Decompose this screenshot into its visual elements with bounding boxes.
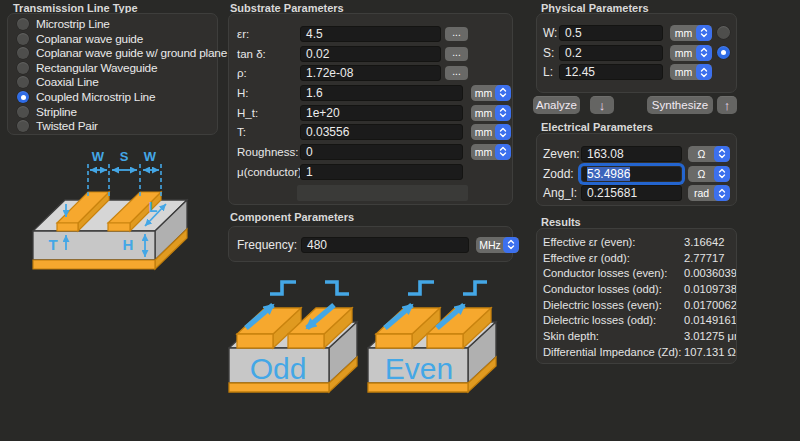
s-unit-popup[interactable]: mm — [670, 45, 712, 61]
odd-mode-diagram: Odd — [228, 268, 364, 408]
stepper-chevrons-icon[interactable] — [696, 25, 712, 41]
result-row: Skin depth: 3.01275 μm — [543, 328, 736, 344]
radio-icon[interactable] — [17, 47, 29, 59]
component-parameters-title: Component Parameters — [230, 211, 354, 223]
option-coplanar-wave-guide[interactable]: Coplanar wave guide — [8, 32, 217, 47]
tand-more-button[interactable]: ... — [445, 47, 468, 61]
option-coupled-microstrip-line[interactable]: Coupled Microstrip Line — [8, 90, 217, 105]
analyze-down-arrow-button[interactable]: ↓ — [590, 96, 614, 114]
zodd-input[interactable]: 53.4986 — [581, 166, 682, 182]
result-row: Dielectric losses (odd): 0.0149161 d — [543, 312, 736, 328]
option-rectangular-waveguide[interactable]: Rectangular Waveguide — [8, 61, 217, 76]
result-row: Effective εr (odd): 2.77717 — [543, 250, 736, 266]
param-row-w: W: 0.5 mm — [543, 23, 736, 43]
param-row-angl: Ang_l: 0.215681 rad — [543, 183, 736, 203]
angl-input[interactable]: 0.215681 — [581, 185, 682, 201]
roughness-input[interactable]: 0 — [300, 144, 463, 160]
rho-more-button[interactable]: ... — [445, 66, 468, 80]
er-input[interactable]: 4.5 — [300, 26, 441, 42]
radio-icon[interactable] — [17, 62, 29, 74]
radio-icon[interactable] — [17, 33, 29, 45]
w-target-radio[interactable] — [717, 26, 730, 39]
angl-unit-popup[interactable]: rad — [688, 185, 730, 201]
stepper-chevrons-icon[interactable] — [696, 64, 712, 80]
component-parameters-group: Frequency: 480 MHz — [228, 226, 513, 262]
stepper-chevrons-icon[interactable] — [714, 146, 730, 162]
dim-label-w-left: W — [92, 149, 105, 164]
stepper-chevrons-icon[interactable] — [714, 185, 730, 201]
param-row-roughness: Roughness: 0 mm — [237, 142, 512, 162]
result-row: Differential Impedance (Zd): 107.131 Ω — [543, 344, 736, 360]
ht-unit-popup[interactable]: mm — [471, 105, 511, 121]
stepper-chevrons-icon[interactable] — [495, 124, 511, 140]
empty-field — [297, 185, 468, 201]
rho-input[interactable]: 1.72e-08 — [300, 65, 441, 81]
stepper-chevrons-icon[interactable] — [696, 45, 712, 61]
radio-selected-icon[interactable] — [17, 91, 29, 103]
t-unit-popup[interactable]: mm — [471, 124, 511, 140]
er-more-button[interactable]: ... — [445, 27, 468, 41]
results-group: Effective εr (even): 3.16642 Effective ε… — [536, 228, 737, 364]
up-arrow-icon: ↑ — [724, 98, 731, 113]
radio-icon[interactable] — [17, 76, 29, 88]
param-row-er: εr: 4.5 ... — [237, 24, 512, 44]
substrate-parameters-group: εr: 4.5 ... tan δ: 0.02 ... ρ: 1.72e-08 … — [228, 13, 513, 205]
frequency-unit-popup[interactable]: MHz — [476, 237, 519, 253]
selected-text: 53.4986 — [587, 167, 630, 181]
w-input[interactable]: 0.5 — [559, 25, 663, 41]
option-microstrip-line[interactable]: Microstrip Line — [8, 17, 217, 32]
stepper-chevrons-icon[interactable] — [495, 144, 511, 160]
analyze-button[interactable]: Analyze — [533, 96, 580, 114]
param-row-rho: ρ: 1.72e-08 ... — [237, 63, 512, 83]
param-row-l: L: 12.45 mm — [543, 62, 736, 82]
ht-input[interactable]: 1e+20 — [300, 105, 463, 121]
param-row-frequency: Frequency: 480 MHz — [237, 236, 512, 253]
param-row-tand: tan δ: 0.02 ... — [237, 44, 512, 64]
param-row-mu: μ(conductor): 1 — [237, 162, 512, 182]
zodd-unit-popup[interactable]: Ω — [688, 166, 730, 182]
zeven-unit-popup[interactable]: Ω — [688, 146, 730, 162]
result-row: Dielectric losses (even): 0.0170062 d — [543, 297, 736, 313]
l-unit-popup[interactable]: mm — [670, 64, 712, 80]
mu-input[interactable]: 1 — [300, 164, 463, 180]
stepper-chevrons-icon[interactable] — [503, 237, 519, 253]
results-title: Results — [541, 216, 581, 228]
dim-label-t: T — [48, 236, 57, 253]
s-input[interactable]: 0.2 — [559, 45, 663, 61]
zeven-input[interactable]: 163.08 — [581, 146, 682, 162]
param-row-h: H: 1.6 mm — [237, 83, 512, 103]
frequency-input[interactable]: 480 — [301, 237, 469, 253]
option-twisted-pair[interactable]: Twisted Pair — [8, 119, 217, 134]
option-stripline[interactable]: Stripline — [8, 104, 217, 119]
synthesize-up-arrow-button[interactable]: ↑ — [717, 96, 737, 114]
transmission-line-type-group: Microstrip Line Coplanar wave guide Copl… — [7, 13, 218, 135]
param-row-zodd: Zodd: 53.4986 Ω — [543, 164, 736, 184]
s-target-radio[interactable] — [717, 46, 730, 59]
stepper-chevrons-icon[interactable] — [495, 105, 511, 121]
roughness-unit-popup[interactable]: mm — [471, 144, 511, 160]
h-input[interactable]: 1.6 — [300, 85, 463, 101]
radio-icon[interactable] — [17, 120, 29, 132]
l-input[interactable]: 12.45 — [559, 64, 663, 80]
option-coplanar-wave-guide-ground-plane[interactable]: Coplanar wave guide w/ ground plane — [8, 46, 217, 61]
app-window: Transmission Line Type Microstrip Line C… — [0, 0, 800, 441]
coupled-microstrip-cross-section-diagram: W S W T H L — [20, 148, 200, 283]
radio-icon[interactable] — [17, 18, 29, 30]
synthesize-button[interactable]: Synthesize — [647, 96, 713, 114]
even-mode-label: Even — [385, 352, 453, 385]
electrical-parameters-group: Zeven: 163.08 Ω Zodd: 53.4986 Ω Ang_l: 0… — [536, 133, 737, 206]
param-row-t: T: 0.03556 mm — [237, 122, 512, 142]
option-coaxial-line[interactable]: Coaxial Line — [8, 75, 217, 90]
stepper-chevrons-icon[interactable] — [714, 166, 730, 182]
t-input[interactable]: 0.03556 — [300, 124, 463, 140]
w-unit-popup[interactable]: mm — [670, 25, 712, 41]
stepper-chevrons-icon[interactable] — [495, 85, 511, 101]
tand-input[interactable]: 0.02 — [300, 46, 441, 62]
down-arrow-icon: ↓ — [599, 98, 606, 113]
electrical-parameters-title: Electrical Parameters — [541, 121, 653, 133]
h-unit-popup[interactable]: mm — [471, 85, 511, 101]
radio-icon[interactable] — [17, 106, 29, 118]
param-row-ht: H_t: 1e+20 mm — [237, 103, 512, 123]
dim-label-s: S — [120, 149, 129, 164]
result-row: Conductor losses (odd): 0.0109738 d — [543, 281, 736, 297]
